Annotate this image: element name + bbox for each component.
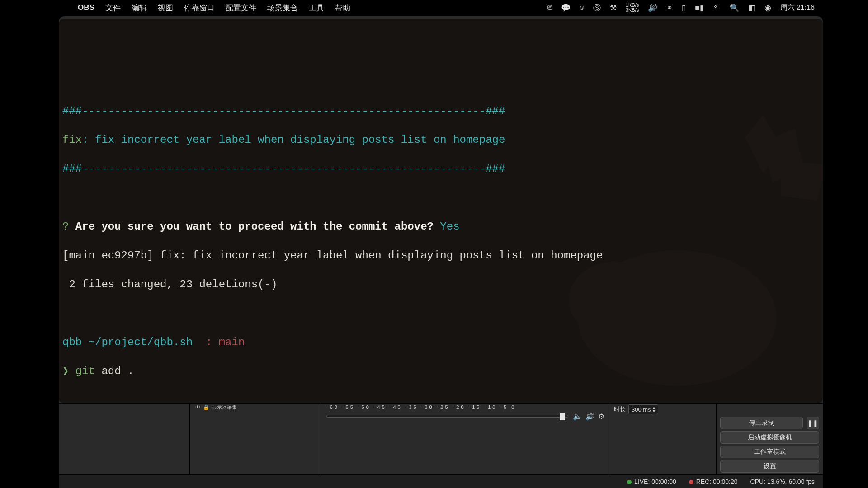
git-branch-icon <box>199 336 205 348</box>
source-visibility-icon[interactable]: 👁 <box>195 404 200 410</box>
studio-mode-button[interactable]: 工作室模式 <box>720 446 819 458</box>
mixer-volume-thumb[interactable] <box>560 413 565 420</box>
terminal-window[interactable]: ###-------------------------------------… <box>59 19 823 403</box>
terminal-content: ###-------------------------------------… <box>62 89 819 403</box>
git-changes-output: 2 files changed, 23 deletions(-) <box>62 277 819 292</box>
screenmirror-icon[interactable]: ⎚ <box>547 3 552 12</box>
app-name[interactable]: OBS <box>78 3 94 12</box>
settings-button[interactable]: 设置 <box>720 460 819 473</box>
volume-icon[interactable]: 🔊 <box>648 3 657 13</box>
menubar-left: OBS 文件 编辑 视图 停靠窗口 配置文件 场景集合 工具 帮助 <box>67 3 350 13</box>
bluetooth-icon[interactable]: ⚭ <box>666 3 673 13</box>
wechat-icon[interactable]: ⌾ <box>580 3 584 12</box>
menu-help[interactable]: 帮助 <box>335 3 350 13</box>
menu-profile[interactable]: 配置文件 <box>226 3 256 13</box>
skype-icon[interactable]: Ⓢ <box>593 3 601 13</box>
mixer-speaker-icon[interactable]: 🔊 <box>585 412 594 421</box>
ps1-line-1: qbb ~/project/qbb.sh : main <box>62 335 819 350</box>
menu-tools[interactable]: 工具 <box>309 3 324 13</box>
stop-recording-button[interactable]: 停止录制 <box>720 417 803 429</box>
confirm-prompt: ? Are you sure you want to proceed with … <box>62 220 819 234</box>
menu-scenes[interactable]: 场景集合 <box>267 3 298 13</box>
battery-icon[interactable]: ■▮ <box>695 3 703 13</box>
netspeed-down: 3KB/s <box>626 8 639 13</box>
menubar-clock[interactable]: 周六 21:16 <box>780 3 815 13</box>
control-center-icon[interactable]: ◧ <box>748 3 755 13</box>
chat-icon[interactable]: 💬 <box>561 3 571 13</box>
mixer-volume-slider[interactable] <box>326 415 568 418</box>
spotlight-icon[interactable]: 🔍 <box>730 3 739 13</box>
git-commit-output: [main ec9297b] fix: fix incorrect year l… <box>62 249 819 263</box>
tool-icon[interactable]: ⚒︎ <box>610 3 617 13</box>
menubar-right: ⎚ 💬 ⌾ Ⓢ ⚒︎ 1KB/s 3KB/s 🔊 ⚭ ▯ ■▮ ᯤ 🔍 ◧ ◉ … <box>547 3 815 13</box>
mixer-settings-icon[interactable]: ⚙ <box>598 412 604 421</box>
netspeed-indicator[interactable]: 1KB/s 3KB/s <box>626 3 639 13</box>
mixer-channel: 🔈 🔊 ⚙ <box>321 411 610 424</box>
wifi-icon[interactable]: ᯤ <box>713 3 721 12</box>
menu-file[interactable]: 文件 <box>105 3 121 13</box>
menu-edit[interactable]: 编辑 <box>132 3 147 13</box>
stepper-icon[interactable]: ▴▾ <box>653 406 655 413</box>
cmd-git-add: git add . <box>62 364 819 379</box>
live-dot-icon <box>627 480 632 484</box>
commit-message-line: fix: fix incorrect year label when displ… <box>62 133 819 147</box>
transition-duration-value: 300 ms <box>632 406 651 413</box>
rec-dot-icon <box>689 480 693 484</box>
pause-recording-button[interactable]: ❚❚ <box>807 417 819 429</box>
mixer-ruler: -60 -55 -50 -45 -40 -35 -30 -25 -20 -15 … <box>321 404 610 411</box>
start-virtual-cam-button[interactable]: 启动虚拟摄像机 <box>720 431 819 444</box>
mixer-ruler-labels: -60 -55 -50 -45 -40 -35 -30 -25 -20 -15 … <box>326 404 516 410</box>
source-lock-icon[interactable]: 🔒 <box>203 404 209 410</box>
transition-duration-field[interactable]: 300 ms ▴▾ <box>628 404 658 414</box>
siri-icon[interactable]: ◉ <box>764 3 771 13</box>
battery-case-icon[interactable]: ▯ <box>682 3 686 13</box>
obs-status-bar: LIVE: 00:00:00 REC: 00:00:20 CPU: 13.6%,… <box>59 474 823 488</box>
status-cpu: CPU: 13.6%, 60.00 fps <box>750 478 815 485</box>
transition-duration-label: 时长 <box>614 405 626 413</box>
menu-view[interactable]: 视图 <box>158 3 173 13</box>
sources-header: 👁 🔒 显示器采集 <box>190 404 321 411</box>
status-rec: REC: 00:00:20 <box>689 478 738 485</box>
rule-bottom: ###-------------------------------------… <box>62 162 819 176</box>
source-name[interactable]: 显示器采集 <box>212 404 237 411</box>
menu-dock[interactable]: 停靠窗口 <box>184 3 215 13</box>
macos-menubar: OBS 文件 编辑 视图 停靠窗口 配置文件 场景集合 工具 帮助 ⎚ 💬 ⌾ … <box>59 0 823 15</box>
mixer-mute-icon[interactable]: 🔈 <box>573 412 582 421</box>
status-live: LIVE: 00:00:00 <box>627 478 676 485</box>
rule-top: ###-------------------------------------… <box>62 104 819 118</box>
